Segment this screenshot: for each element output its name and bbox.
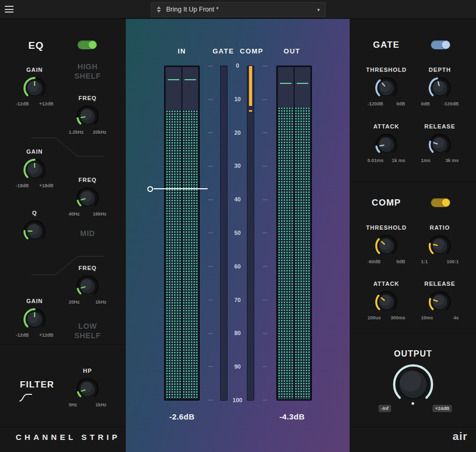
eq-mid-freq-max-label: 16kHz <box>93 211 106 217</box>
gate-depth-min-label: 0dB <box>421 101 430 106</box>
preset-spinner[interactable] <box>157 6 161 13</box>
meter-tick <box>208 266 213 267</box>
eq-high-shelf-gain-max-label: +12dB <box>39 101 53 106</box>
gate-release-dial[interactable] <box>428 133 452 157</box>
gate-depth: DEPTH0dB-120dB <box>421 67 459 106</box>
toggle-dot <box>89 41 96 49</box>
gate-threshold: THRESHOLD-120dB0dB <box>367 67 405 106</box>
eq-low-shelf-freq: FREQ20Hz1kHz <box>69 265 106 305</box>
preset-selector[interactable]: Bring It Up Front * ▾ <box>151 2 326 17</box>
comp-release-min-label: 10ms <box>421 315 433 320</box>
comp-attack-dial[interactable] <box>374 290 398 314</box>
in-meter-label: IN <box>171 47 192 55</box>
eq-mid-q: Q <box>16 210 53 243</box>
comp-threshold-dial[interactable] <box>374 234 398 258</box>
gate-threshold-dial[interactable] <box>374 76 398 100</box>
eq-mid-gain-max-label: +18dB <box>39 183 53 188</box>
out-meter-peak <box>297 83 309 84</box>
comp-toggle[interactable] <box>431 198 450 207</box>
high-shelf-label: HIGH SHELF <box>69 62 106 81</box>
comp-ratio-label: RATIO <box>430 224 450 231</box>
gate-attack-label: ATTACK <box>373 123 399 130</box>
gate-threshold-slider[interactable] <box>147 185 208 193</box>
eq-mid-freq: FREQ40Hz16kHz <box>69 177 106 217</box>
meter-tick <box>208 232 213 233</box>
out-meter-peak <box>280 83 292 84</box>
meter-tick <box>208 366 213 367</box>
preset-name: Bring It Up Front * <box>166 6 317 13</box>
meter-tick <box>263 66 267 67</box>
gate-threshold-label: THRESHOLD <box>366 67 406 73</box>
footer-divider-right <box>350 427 476 428</box>
meter-tick <box>263 199 267 200</box>
filter-hp-label: HP <box>83 368 92 374</box>
in-level-readout: -2.6dB <box>156 412 208 421</box>
gate-attack-min-label: 0.01ms <box>367 158 384 163</box>
meter-tick <box>263 366 267 367</box>
menu-icon[interactable] <box>5 6 14 13</box>
comp-meter-label: COMP <box>238 47 265 55</box>
eq-mid-q-dial[interactable] <box>23 219 47 243</box>
eq-mid-freq-min-label: 40Hz <box>69 211 80 217</box>
filter-hp-dial[interactable] <box>75 377 100 401</box>
comp-section-title: COMP <box>369 198 404 208</box>
meter-tick <box>208 299 213 300</box>
preset-down-icon[interactable] <box>157 10 161 13</box>
output-knob-dial[interactable] <box>391 362 436 407</box>
out-meter-fill <box>295 107 310 399</box>
plugin-title: CHANNEL STRIP <box>16 433 120 442</box>
comp-ratio-dial[interactable] <box>428 234 452 258</box>
gate-threshold-min-label: -120dB <box>367 101 383 106</box>
top-bar: Bring It Up Front * ▾ <box>0 0 476 19</box>
comp-meter-peak <box>249 110 252 112</box>
gate-threshold-line <box>154 188 208 190</box>
preset-dropdown-icon[interactable]: ▾ <box>317 7 320 13</box>
toggle-dot <box>442 199 450 207</box>
comp-ratio-min-label: 1:1 <box>421 259 428 264</box>
eq-low-shelf-gain-max-label: +12dB <box>39 332 53 338</box>
eq-low-shelf-freq-dial[interactable] <box>75 274 100 298</box>
out-meter-left-channel <box>278 67 294 399</box>
filter-hp-max-label: 1kHz <box>95 402 106 407</box>
preset-up-icon[interactable] <box>157 6 161 9</box>
meter-tick <box>208 132 213 133</box>
meter-tick <box>263 333 267 334</box>
gate-section-title: GATE <box>369 40 404 50</box>
footer-divider-left <box>0 427 126 428</box>
meter-scale-value: 90 <box>229 364 246 370</box>
eq-toggle[interactable] <box>78 40 97 49</box>
meter-scale-value: 30 <box>229 163 246 169</box>
meter-scale-value: 0 <box>229 63 246 69</box>
eq-high-shelf-gain-dial[interactable] <box>23 76 47 100</box>
meter-scale-value: 60 <box>229 264 246 270</box>
gate-depth-label: DEPTH <box>429 67 451 73</box>
eq-low-shelf-gain-dial[interactable] <box>23 307 47 331</box>
output-knob-marker <box>412 402 414 405</box>
gate-meter <box>220 66 228 401</box>
meter-scale-value: 70 <box>229 297 246 303</box>
eq-mid-gain-dial[interactable] <box>23 158 47 182</box>
comp-release-dial[interactable] <box>428 290 452 314</box>
eq-high-shelf-freq-dial[interactable] <box>75 104 100 128</box>
meter-tick <box>263 99 267 100</box>
air-logo: air <box>452 431 468 442</box>
meter-tick <box>208 333 213 334</box>
gate-release-min-label: 1ms <box>421 158 430 163</box>
gate-depth-max-label: -120dB <box>443 101 459 106</box>
meter-scale-value: 80 <box>229 330 246 336</box>
in-meter-peak <box>168 79 180 80</box>
in-meter-fill <box>182 110 198 399</box>
gate-toggle[interactable] <box>431 40 450 49</box>
filter-hp-min-label: 0Hz <box>69 402 77 407</box>
in-meter <box>164 66 200 401</box>
comp-release: RELEASE10ms4s <box>421 281 459 320</box>
eq-high-shelf-gain: GAIN-12dB+12dB <box>16 67 53 106</box>
eq-mid-q-label: Q <box>32 210 37 216</box>
gate-depth-dial[interactable] <box>428 76 452 100</box>
eq-high-shelf-freq: FREQ1.2kHz20kHz <box>69 95 106 135</box>
eq-mid-freq-dial[interactable] <box>75 186 100 210</box>
gate-attack-dial[interactable] <box>374 133 398 157</box>
meter-tick <box>263 299 267 300</box>
gate-comp-divider <box>350 182 476 182</box>
gate-threshold-handle[interactable] <box>147 186 153 192</box>
